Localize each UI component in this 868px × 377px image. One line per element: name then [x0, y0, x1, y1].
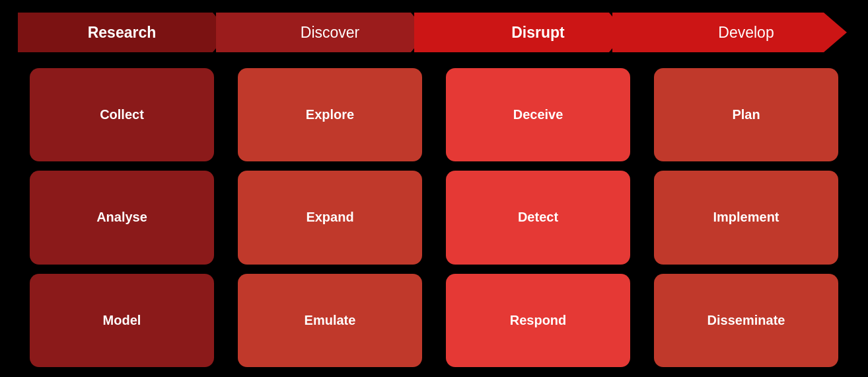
card-collect-label: Collect [100, 107, 144, 122]
card-implement-label: Implement [713, 210, 779, 225]
card-plan: Plan [654, 68, 838, 161]
banner-disrupt-label: Disrupt [511, 24, 565, 42]
card-model-label: Model [103, 313, 141, 328]
column-research: Collect Analyse Model [18, 68, 226, 367]
card-explore: Explore [238, 68, 422, 161]
card-implement: Implement [654, 171, 838, 264]
card-deceive: Deceive [446, 68, 630, 161]
card-detect: Detect [446, 171, 630, 264]
card-disseminate: Disseminate [654, 274, 838, 367]
banner-research-label: Research [88, 24, 157, 42]
banner-develop-label: Develop [718, 24, 774, 42]
card-plan-label: Plan [732, 107, 760, 122]
arrow-banner: Research Discover Disrupt Develop [18, 10, 850, 58]
banner-discover-label: Discover [301, 24, 359, 42]
card-analyse: Analyse [30, 171, 214, 264]
card-detect-label: Detect [518, 210, 558, 225]
card-analyse-label: Analyse [96, 210, 147, 225]
card-emulate: Emulate [238, 274, 422, 367]
column-discover: Explore Expand Emulate [226, 68, 434, 367]
card-disseminate-label: Disseminate [707, 313, 785, 328]
card-explore-label: Explore [306, 107, 354, 122]
banner-discover: Discover [226, 10, 434, 55]
banner-research: Research [18, 10, 226, 55]
card-collect: Collect [30, 68, 214, 161]
banner-develop: Develop [642, 10, 850, 55]
main-container: Research Discover Disrupt Develop Collec… [18, 10, 850, 367]
banner-labels: Research Discover Disrupt Develop [18, 10, 850, 55]
banner-disrupt: Disrupt [434, 10, 642, 55]
card-model: Model [30, 274, 214, 367]
card-deceive-label: Deceive [513, 107, 563, 122]
column-develop: Plan Implement Disseminate [642, 68, 850, 367]
card-expand: Expand [238, 171, 422, 264]
card-expand-label: Expand [306, 210, 353, 225]
cards-grid: Collect Analyse Model Explore Expand Emu… [18, 68, 850, 367]
card-respond: Respond [446, 274, 630, 367]
column-disrupt: Deceive Detect Respond [434, 68, 642, 367]
card-emulate-label: Emulate [305, 313, 356, 328]
card-respond-label: Respond [510, 313, 567, 328]
